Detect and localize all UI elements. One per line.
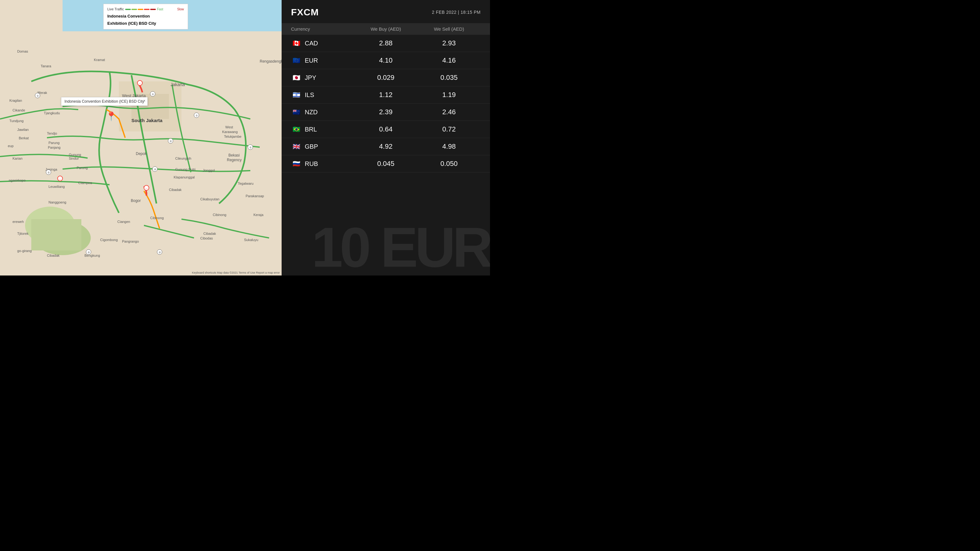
svg-text:Cibodas: Cibodas	[200, 236, 213, 240]
svg-text:Cibinong: Cibinong	[150, 216, 164, 220]
buy-rate: 0.029	[354, 73, 417, 82]
header-we-sell: We Sell (AED)	[417, 26, 480, 32]
currency-flag: 🇷🇺	[291, 160, 302, 167]
live-traffic-label: Live Traffic	[107, 6, 124, 12]
svg-text:—: —	[59, 177, 61, 180]
svg-text:①: ①	[48, 171, 50, 174]
svg-text:Rengasdengklok: Rengasdengklok	[260, 59, 282, 64]
currency-cell: 🇪🇺 EUR	[291, 57, 354, 64]
fxcm-rows: 🇨🇦 CAD 2.88 2.93 🇪🇺 EUR 4.10 4.16 🇯🇵 JPY…	[282, 35, 490, 276]
svg-text:Depok: Depok	[136, 151, 147, 156]
currency-flag: 🇯🇵	[291, 74, 302, 81]
map-footer: Keyboard shortcuts Map data ©2021 Terms …	[192, 271, 280, 274]
svg-text:Cigombong: Cigombong	[100, 238, 118, 242]
svg-text:Sindur: Sindur	[69, 156, 79, 160]
svg-text:—: —	[145, 187, 148, 190]
sell-rate: 0.050	[417, 160, 480, 168]
currency-code: EUR	[305, 57, 318, 64]
svg-text:Pangrango: Pangrango	[122, 239, 139, 243]
currency-code: BRL	[305, 126, 317, 133]
currency-flag: 🇪🇺	[291, 57, 302, 64]
svg-text:Tundjung: Tundjung	[10, 119, 24, 123]
currency-cell: 🇷🇺 RUB	[291, 160, 354, 167]
svg-text:Tjangkudu: Tjangkudu	[44, 111, 60, 115]
currency-cell: 🇧🇷 BRL	[291, 126, 354, 133]
svg-text:Telukjambe: Telukjambe	[224, 135, 242, 139]
svg-text:①: ①	[250, 146, 251, 149]
svg-text:Bogor: Bogor	[131, 199, 141, 203]
svg-text:ereweh: ereweh	[13, 220, 24, 223]
sell-rate: 4.16	[417, 56, 480, 64]
svg-text:Tanara: Tanara	[41, 64, 52, 68]
svg-text:ngasirkopo: ngasirkopo	[9, 178, 25, 182]
currency-cell: 🇮🇱 ILS	[291, 91, 354, 99]
buy-rate: 1.12	[354, 91, 417, 99]
sell-rate: 2.93	[417, 39, 480, 47]
svg-text:Cibadak: Cibadak	[204, 232, 216, 236]
sell-rate: 2.46	[417, 108, 480, 116]
svg-text:Regency: Regency	[227, 158, 242, 162]
svg-text:Parung: Parung	[48, 141, 59, 145]
svg-text:Cikabuyutan: Cikabuyutan	[200, 197, 220, 201]
header-we-buy: We Buy (AED)	[354, 26, 417, 32]
svg-text:Cibinong: Cibinong	[213, 213, 226, 217]
currency-code: CAD	[305, 40, 318, 47]
fxcm-column-headers: Currency We Buy (AED) We Sell (AED)	[282, 23, 490, 35]
sell-rate: 0.72	[417, 125, 480, 133]
svg-text:Ciampea: Ciampea	[78, 181, 92, 185]
svg-text:—: —	[138, 82, 141, 85]
currency-cell: 🇯🇵 JPY	[291, 74, 354, 81]
sell-rate: 1.19	[417, 91, 480, 99]
slow-label: Slow	[177, 7, 184, 11]
svg-text:go-girang: go-girang	[17, 249, 32, 253]
svg-text:Berkat: Berkat	[19, 136, 29, 140]
header-currency: Currency	[291, 26, 354, 32]
svg-text:Gunung: Gunung	[69, 153, 81, 156]
svg-text:②: ②	[88, 251, 90, 254]
fxcm-datetime: 2 FEB 2022 | 18:15 PM	[432, 10, 480, 15]
fxcm-currency-row: 🇬🇧 GBP 4.92 4.98	[282, 138, 490, 155]
fxcm-currency-row: 🇷🇺 RUB 0.045 0.050	[282, 155, 490, 172]
currency-code: NZD	[305, 108, 318, 116]
currency-code: GBP	[305, 143, 318, 150]
svg-text:Sukaluyu: Sukaluyu	[244, 238, 258, 242]
svg-text:Parakansap: Parakansap	[246, 194, 264, 198]
map-tooltip: Indonesia Convention Exhibition (ICE) BS…	[61, 97, 148, 106]
fxcm-logo: FXCM	[291, 7, 319, 18]
svg-text:②: ②	[154, 168, 156, 171]
svg-text:Bengkung: Bengkung	[84, 253, 100, 257]
legend-place-line2: Exhibition (ICE) BSD City	[107, 20, 184, 27]
sell-rate: 4.98	[417, 142, 480, 151]
currency-cell: 🇬🇧 GBP	[291, 143, 354, 150]
fxcm-currency-row: 🇧🇷 BRL 0.64 0.72	[282, 121, 490, 138]
svg-text:eup: eup	[8, 144, 13, 148]
currency-flag: 🇧🇷	[291, 126, 302, 133]
svg-text:Tendjo: Tendjo	[47, 132, 57, 135]
svg-text:Cibadak: Cibadak	[47, 253, 60, 257]
svg-text:Parung: Parung	[77, 166, 88, 170]
svg-text:Karian: Karian	[13, 156, 22, 160]
fxcm-currency-row: 🇮🇱 ILS 1.12 1.19	[282, 86, 490, 104]
buy-rate: 0.64	[354, 125, 417, 133]
svg-text:Kramat: Kramat	[94, 58, 105, 62]
sell-rate: 0.035	[417, 73, 480, 82]
currency-flag: 🇮🇱	[291, 91, 302, 99]
svg-text:Keraja: Keraja	[253, 213, 264, 217]
svg-text:Nanggoeng: Nanggoeng	[48, 201, 66, 204]
currency-flag: 🇬🇧	[291, 143, 302, 150]
currency-flag: 🇨🇦	[291, 40, 302, 47]
currency-cell: 🇳🇿 NZD	[291, 108, 354, 116]
fast-label: Fast	[157, 7, 163, 11]
svg-text:Kragilan: Kragilan	[10, 99, 22, 102]
svg-text:Panjang: Panjang	[48, 146, 60, 149]
svg-text:Jakarta: Jakarta	[170, 82, 185, 87]
svg-text:Tjitorek: Tjitorek	[17, 232, 29, 236]
currency-code: RUB	[305, 160, 318, 167]
map-legend: Live Traffic Fast Slow Indonesia Convent…	[103, 4, 188, 29]
tooltip-close[interactable]: ×	[143, 99, 145, 103]
svg-text:South Jakarta: South Jakarta	[131, 118, 163, 123]
svg-text:②: ②	[170, 140, 172, 143]
svg-text:Cibadak: Cibadak	[169, 188, 182, 192]
svg-text:Klapanunggal: Klapanunggal	[173, 175, 195, 179]
legend-place-line1: Indonesia Convention	[107, 13, 184, 19]
